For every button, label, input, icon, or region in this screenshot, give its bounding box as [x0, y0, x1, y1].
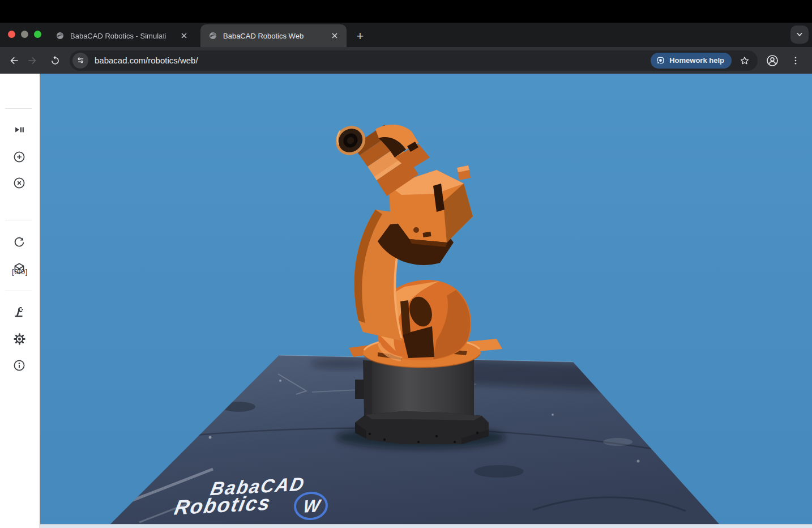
settings-button[interactable]	[12, 332, 26, 346]
reload-button[interactable]	[46, 52, 64, 70]
info-button[interactable]	[12, 359, 26, 372]
3d-cube-icon	[12, 262, 26, 275]
window-controls	[8, 31, 41, 38]
info-icon	[12, 359, 26, 372]
back-arrow-icon	[8, 55, 20, 66]
close-window-button[interactable]	[8, 31, 15, 38]
back-button[interactable]	[5, 52, 23, 70]
bookmark-button[interactable]	[736, 52, 753, 69]
add-circle-icon	[12, 150, 26, 164]
minimize-window-button[interactable]	[21, 31, 28, 38]
url-text[interactable]: babacad.com/robotics/web/	[95, 56, 198, 65]
star-icon	[739, 55, 750, 66]
tab-title: BabaCAD Robotics - Simulati	[70, 32, 178, 40]
forward-arrow-icon	[27, 55, 38, 66]
tune-icon	[76, 56, 86, 65]
play-pause-button[interactable]	[12, 123, 26, 137]
tab-babacad-simulation[interactable]: BabaCAD Robotics - Simulati	[48, 24, 196, 47]
refresh-icon	[13, 236, 25, 248]
globe-favicon-icon	[55, 31, 65, 40]
lens-icon	[656, 56, 665, 65]
sidebar-divider	[5, 108, 32, 109]
horizontal-scrollbar[interactable]	[40, 524, 812, 528]
robot-scene-svg: BabaCAD Robotics W	[40, 74, 812, 524]
sidebar-divider	[5, 291, 32, 291]
address-bar[interactable]: babacad.com/robotics/web/ Homework help	[70, 50, 758, 71]
chevron-down-icon	[795, 30, 804, 39]
reset-button[interactable]	[12, 235, 26, 249]
kebab-menu-icon	[790, 56, 801, 66]
play-pause-icon	[13, 124, 25, 136]
browser-toolbar: babacad.com/robotics/web/ Homework help	[0, 47, 812, 74]
reload-icon	[50, 55, 61, 66]
close-tab-icon[interactable]	[328, 29, 341, 42]
page-content: [0/0]	[0, 74, 812, 528]
profile-button[interactable]	[764, 52, 781, 69]
browser-menu-button[interactable]	[787, 52, 804, 69]
robot-button[interactable]	[12, 305, 26, 319]
tabstrip-chevron-button[interactable]	[790, 25, 809, 44]
site-settings-button[interactable]	[72, 53, 88, 69]
tab-strip: BabaCAD Robotics - Simulati BabaCAD Robo…	[0, 23, 812, 47]
gear-icon	[13, 333, 26, 346]
close-tab-icon[interactable]	[178, 29, 190, 42]
tab-title: BabaCAD Robotics Web	[223, 32, 328, 40]
robot-3d-viewport[interactable]: BabaCAD Robotics W	[40, 74, 812, 524]
globe-favicon-icon	[208, 31, 217, 40]
sidebar-divider	[5, 220, 32, 220]
add-button[interactable]	[12, 150, 26, 164]
3d-model-button[interactable]	[12, 262, 26, 275]
cancel-circle-icon	[12, 176, 26, 190]
forward-button[interactable]	[23, 52, 41, 70]
zoom-window-button[interactable]	[34, 31, 41, 38]
profile-icon	[766, 54, 779, 67]
homework-help-label: Homework help	[669, 56, 724, 65]
new-tab-button[interactable]: +	[352, 28, 368, 44]
cancel-button[interactable]	[12, 176, 26, 190]
tools-sidebar: [0/0]	[0, 74, 40, 528]
homework-help-button[interactable]: Homework help	[651, 53, 732, 69]
robot-base	[355, 358, 489, 444]
robot-arm-icon	[12, 305, 26, 319]
window-titlebar	[0, 0, 812, 23]
tab-babacad-robotics-web[interactable]: BabaCAD Robotics Web	[200, 24, 347, 47]
